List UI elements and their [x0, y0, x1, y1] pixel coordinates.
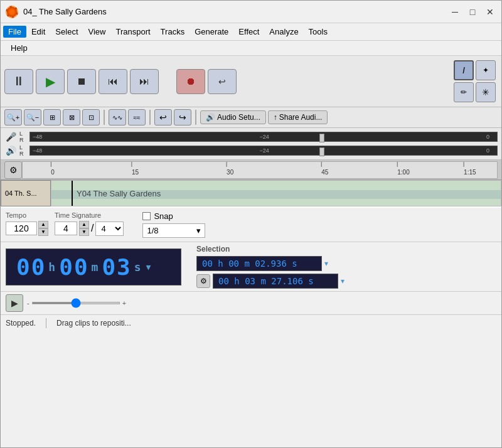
status-bar: Stopped. Drag clips to repositi...	[1, 314, 501, 331]
title-bar: 04_ The Sally Gardens ─ □ ✕	[1, 1, 501, 23]
pause-button[interactable]: ⏸	[4, 69, 33, 94]
time-minutes: 00	[59, 254, 88, 280]
zoom-width-button[interactable]: ⊡	[82, 109, 100, 125]
share-icon: ↑	[274, 113, 277, 122]
snap-checkbox[interactable]	[142, 212, 151, 220]
close-button[interactable]: ✕	[484, 6, 496, 18]
menu-view[interactable]: View	[83, 26, 111, 38]
snap-row: Snap	[142, 211, 205, 221]
skip-start-button[interactable]: ⏮	[99, 69, 127, 94]
speaker-level-meter[interactable]: −48 −24 0	[29, 146, 498, 156]
time-h-unit: h	[48, 260, 56, 274]
share-audio-button[interactable]: ↑ Share Audi...	[268, 110, 328, 124]
pin-tool-button[interactable]: ✦	[476, 60, 496, 80]
cursor-tool-button[interactable]: I	[454, 60, 474, 80]
playback-play-button[interactable]: ▶	[6, 294, 23, 312]
sel-time-2-arrow[interactable]: ▾	[341, 277, 344, 285]
play-button[interactable]: ▶	[36, 69, 65, 94]
menu-generate[interactable]: Generate	[190, 26, 233, 38]
zoom-toolbar: 🔍+ 🔍− ⊞ ⊠ ⊡ ∿∿ ≈≈ ↩ ↪ 🔊 Audio Setu... ↑ …	[1, 107, 501, 128]
menu-effect[interactable]: Effect	[233, 26, 264, 38]
playhead	[72, 181, 73, 206]
vol-plus-label: +	[122, 299, 126, 307]
status-text: Stopped.	[6, 319, 36, 328]
speaker-icon: 🔊	[206, 113, 215, 122]
share-audio-label: Share Audi...	[279, 113, 323, 122]
time-sig-num-down[interactable]: ▼	[79, 228, 89, 236]
menu-edit[interactable]: Edit	[26, 26, 50, 38]
time-sig-slash: /	[91, 223, 93, 234]
timeline-settings-button[interactable]: ⚙	[4, 161, 22, 179]
pencil-tool-button[interactable]: ✏	[454, 82, 474, 102]
menu-tracks[interactable]: Tracks	[156, 26, 190, 38]
bottom-controls: Tempo 120 ▲ ▼ Time Signature 4 ▲ ▼ / 4	[1, 208, 501, 242]
selection-label: Selection	[196, 245, 344, 253]
menu-transport[interactable]: Transport	[110, 26, 155, 38]
menu-select[interactable]: Select	[50, 26, 83, 38]
time-display-arrow[interactable]: ▾	[145, 259, 154, 274]
tempo-down-button[interactable]: ▼	[38, 228, 48, 236]
vol-minus-label: -	[27, 299, 29, 307]
tempo-up-button[interactable]: ▲	[38, 221, 48, 228]
tool-row-2: ✏ ✳	[454, 82, 496, 102]
menu-tools[interactable]: Tools	[304, 26, 333, 38]
menu-help[interactable]: Help	[6, 42, 33, 54]
main-time-display[interactable]: 00 h 00 m 03 s ▾	[6, 248, 181, 285]
zoom-sel-button[interactable]: ⊞	[43, 109, 61, 125]
skip-end-button[interactable]: ⏭	[130, 69, 159, 94]
ruler-ticks	[23, 162, 497, 178]
zoom-fit-button[interactable]: ⊠	[63, 109, 80, 125]
record-button[interactable]: ⏺	[176, 69, 205, 94]
undo-button[interactable]: ↩	[154, 109, 172, 125]
tempo-value[interactable]: 120	[6, 221, 37, 235]
menu-file[interactable]: File	[3, 26, 26, 38]
sel-time-row-1: 00 h 00 m 02.936 s ▾	[196, 256, 344, 271]
waveform1-button[interactable]: ∿∿	[109, 109, 126, 125]
time-selection-row: 00 h 00 m 03 s ▾ Selection 00 h 00 m 02.…	[1, 242, 501, 292]
star-tool-button[interactable]: ✳	[476, 82, 496, 102]
audio-setup-button[interactable]: 🔊 Audio Setu...	[200, 110, 266, 124]
zoom-out-button[interactable]: 🔍−	[24, 109, 41, 125]
waveform2-button[interactable]: ≈≈	[128, 109, 146, 125]
timeline-ruler[interactable]: 0 15 30 45 1:00 1:15	[22, 161, 498, 179]
sel-time-1[interactable]: 00 h 00 m 02.936 s	[196, 256, 322, 271]
sel-settings-button[interactable]: ⚙	[196, 274, 210, 288]
minimize-button[interactable]: ─	[449, 6, 461, 18]
tempo-input: 120 ▲ ▼	[6, 221, 48, 236]
time-sig-num[interactable]: 4	[55, 221, 77, 235]
zoom-in-button[interactable]: 🔍+	[4, 109, 22, 125]
mic-scale: −48 −24 0	[30, 134, 497, 140]
time-s-unit: s	[134, 260, 142, 274]
speaker-level-thumb[interactable]	[319, 147, 324, 156]
sel-time-2[interactable]: 00 h 03 m 27.106 s	[213, 274, 338, 289]
maximize-button[interactable]: □	[466, 6, 479, 18]
toolbar-divider2	[149, 110, 151, 125]
transport-toolbar: ⏸ ▶ ⏹ ⏮ ⏭ ⏺ ↩ I ✦ ✏ ✳	[1, 56, 501, 107]
snap-dropdown[interactable]: 1/8 ▾	[142, 223, 205, 238]
time-sig-num-up[interactable]: ▲	[79, 221, 89, 228]
track-area[interactable]: 04 Th. S... Y04 The Sally Gardens	[1, 180, 501, 208]
timeline-area: ⚙ 0 15 30 45 1:00 1:15	[1, 160, 501, 180]
window-title: 04_ The Sally Gardens	[23, 7, 449, 16]
status-info: Drag clips to repositi...	[56, 319, 131, 328]
mic-level-meter[interactable]: −48 −24 0	[29, 132, 498, 142]
mic-level-thumb[interactable]	[319, 134, 324, 142]
time-m-unit: m	[92, 260, 100, 274]
redo-button[interactable]: ↪	[174, 109, 191, 125]
menu-analyze[interactable]: Analyze	[264, 26, 303, 38]
sel-time-1-arrow[interactable]: ▾	[324, 259, 328, 268]
svg-rect-6	[51, 190, 501, 199]
time-sig-den-select[interactable]: 4 8 16	[95, 221, 124, 236]
track-label: 04 Th. S...	[1, 180, 51, 206]
time-sig-num-spinner: ▲ ▼	[79, 221, 89, 236]
track-waveform[interactable]: Y04 The Sally Gardens	[51, 180, 501, 206]
loop-button[interactable]: ↩	[208, 69, 237, 94]
status-divider	[46, 318, 46, 328]
tempo-label: Tempo	[6, 211, 48, 219]
volume-slider-container: - +	[27, 299, 126, 307]
tempo-section: Tempo 120 ▲ ▼	[6, 211, 48, 236]
time-sig-section: Time Signature 4 ▲ ▼ / 4 8 16	[55, 211, 124, 236]
window-controls: ─ □ ✕	[449, 6, 496, 18]
stop-button[interactable]: ⏹	[67, 69, 96, 94]
volume-slider[interactable]	[32, 302, 120, 304]
